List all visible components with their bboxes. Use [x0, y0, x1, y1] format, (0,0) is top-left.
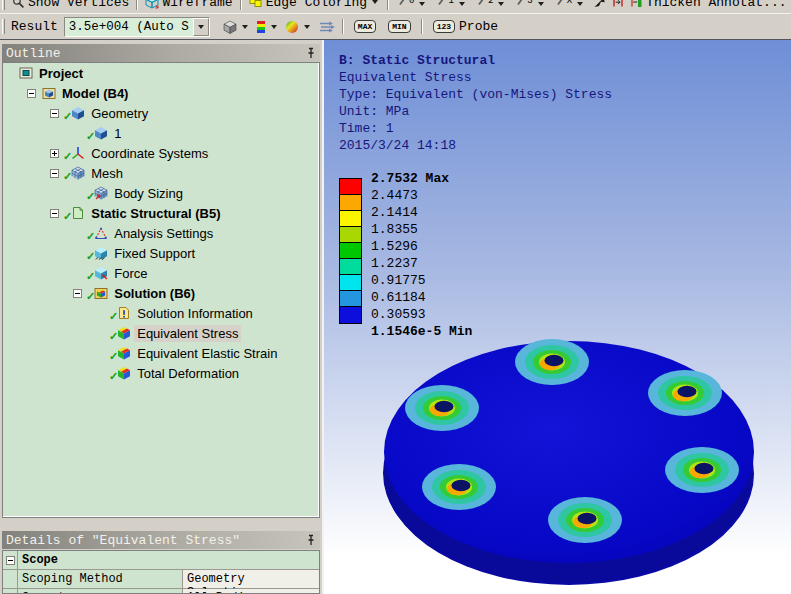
legend-label: 2.4473 — [371, 188, 418, 203]
tree-item-label: Coordinate Systems — [88, 145, 211, 162]
outline-pane-header[interactable]: Outline — [2, 44, 320, 62]
edge-option-2-button[interactable]: 2 — [474, 0, 509, 6]
tree-item-model-b4[interactable]: Model (B4) — [3, 83, 319, 103]
chevron-down-icon — [271, 25, 277, 29]
result-annotation: B: Static StructuralEquivalent StressTyp… — [339, 52, 612, 154]
geometry-display-icon — [223, 20, 237, 34]
pen-number-label: 1 — [448, 0, 453, 6]
check-icon: ✓ — [63, 110, 72, 123]
minus-expander-icon[interactable] — [27, 89, 36, 98]
tree-item-analysis-settings[interactable]: ✓Analysis Settings — [3, 223, 319, 243]
pen-icon — [477, 0, 487, 6]
legend-band — [340, 291, 361, 307]
check-icon: ✓ — [63, 210, 72, 223]
tree-item-equivalent-elastic-strain[interactable]: ✓Equivalent Elastic Strain — [3, 343, 319, 363]
result-scale-dropdown-button[interactable] — [193, 18, 209, 36]
edge-option-X-button[interactable]: X — [553, 0, 588, 6]
pen-number-label: X — [567, 0, 572, 6]
chevron-down-icon — [577, 2, 583, 6]
tree-item-label: Force — [111, 265, 150, 282]
probe-button[interactable]: 123 Probe — [427, 19, 501, 34]
chevron-down-icon — [198, 25, 204, 29]
annotation-bars-icon — [612, 0, 624, 8]
part-icon — [94, 126, 108, 140]
tree-item-body-sizing[interactable]: ✓Body Sizing — [3, 183, 319, 203]
tree-item-static-structural-b5[interactable]: ✓Static Structural (B5) — [3, 203, 319, 223]
tree-item-1[interactable]: ✓1 — [3, 123, 319, 143]
bolt-hole-stress-spot — [665, 447, 739, 493]
tree-item-label: Model (B4) — [59, 85, 131, 102]
thicken-annotations-button[interactable]: Thicken Annotat... — [627, 0, 789, 10]
stress-model-disc[interactable] — [324, 320, 791, 594]
legend-label: 0.91775 — [371, 273, 426, 288]
tree-item-solution-b6[interactable]: ✓Solution (B6) — [3, 283, 319, 303]
check-icon: ✓ — [109, 370, 118, 383]
details-value[interactable]: All Bodies — [183, 589, 319, 594]
pen-icon — [437, 0, 447, 6]
tree-item-coordinate-systems[interactable]: ✓Coordinate Systems — [3, 143, 319, 163]
chevron-down-icon — [538, 2, 544, 6]
toolbar-grip[interactable] — [2, 0, 5, 10]
geometry-display-button[interactable] — [220, 20, 253, 34]
check-icon: ✓ — [86, 130, 95, 143]
edge-option-1-button[interactable]: 1 — [434, 0, 469, 6]
legend-color-bands — [339, 178, 362, 324]
pen-number-label: 2 — [488, 0, 493, 6]
toolbar-row-1: Show Vertices Wireframe Edge Coloring 01… — [0, 0, 791, 13]
edge-coloring-icon — [249, 0, 263, 9]
model-icon — [42, 86, 56, 100]
check-icon: ✓ — [109, 350, 118, 363]
direction-arrow-button[interactable] — [590, 0, 609, 8]
probe-123-icon: 123 — [433, 20, 455, 33]
details-table: ScopeScoping MethodGeometry SelectionGeo… — [2, 550, 320, 594]
tree-item-fixed-support[interactable]: ✓Fixed Support — [3, 243, 319, 263]
check-icon: ✓ — [109, 330, 118, 343]
thicken-annotations-label: Thicken Annotat... — [646, 0, 786, 10]
edge-thickness-pen-buttons: 0123X — [393, 0, 590, 10]
legend-label: 0.61184 — [371, 290, 426, 305]
tree-item-solution-information[interactable]: ✓Solution Information — [3, 303, 319, 323]
tree-item-total-deformation[interactable]: ✓Total Deformation — [3, 363, 319, 383]
force-icon — [94, 266, 108, 280]
check-icon: ✓ — [109, 310, 118, 323]
tree-item-force[interactable]: ✓Force — [3, 263, 319, 283]
toolbar-separator — [421, 19, 423, 34]
edge-coloring-button[interactable]: Edge Coloring — [246, 0, 383, 10]
show-vertices-button[interactable]: Show Vertices — [9, 0, 132, 10]
contour-display-button[interactable] — [282, 20, 315, 34]
min-probe-button[interactable]: MIN — [382, 20, 416, 33]
details-pane-header[interactable]: Details of "Equivalent Stress" — [2, 531, 320, 549]
max-probe-button[interactable]: MAX — [348, 20, 382, 33]
pin-icon[interactable] — [306, 47, 316, 59]
annotation-bars-button[interactable] — [609, 0, 627, 8]
minus-expander-icon[interactable] — [50, 209, 59, 218]
result-scale-combobox[interactable]: 3.5e+004 (Auto S — [64, 17, 210, 37]
tree-item-label: Equivalent Elastic Strain — [134, 345, 280, 362]
details-key: Geometry — [18, 589, 183, 594]
wireframe-button[interactable]: Wireframe — [142, 0, 235, 10]
toolbar-grip[interactable] — [2, 19, 5, 34]
minus-expander-icon[interactable] — [50, 169, 59, 178]
details-value[interactable]: Geometry Selection — [183, 570, 319, 588]
tree-item-mesh[interactable]: ✓Mesh — [3, 163, 319, 183]
tree-item-geometry[interactable]: ✓Geometry — [3, 103, 319, 123]
graphics-viewport[interactable]: B: Static StructuralEquivalent StressTyp… — [322, 40, 791, 594]
edge-option-3-button[interactable]: 3 — [513, 0, 548, 6]
pin-icon[interactable] — [306, 534, 316, 546]
result-toolbar: Result 3.5e+004 (Auto S MAX MIN 123 Prob… — [0, 13, 791, 40]
minus-expander-icon[interactable] — [73, 289, 82, 298]
tree-item-project[interactable]: Project — [3, 63, 319, 83]
details-gutter[interactable] — [3, 551, 18, 569]
edge-coloring-label: Edge Coloring — [266, 0, 367, 10]
edge-option-0-button[interactable]: 0 — [395, 0, 430, 6]
static-icon — [71, 206, 85, 220]
expander-spacer — [73, 189, 82, 198]
contour-bands-button[interactable] — [253, 20, 282, 34]
expander-spacer — [73, 129, 82, 138]
vector-display-button[interactable] — [315, 20, 338, 34]
tree-item-label: Total Deformation — [134, 365, 242, 382]
tree-item-equivalent-stress[interactable]: ✓Equivalent Stress — [3, 323, 319, 343]
minus-expander-icon[interactable] — [50, 109, 59, 118]
coordsys-icon — [71, 146, 85, 160]
plus-expander-icon[interactable] — [50, 149, 59, 158]
